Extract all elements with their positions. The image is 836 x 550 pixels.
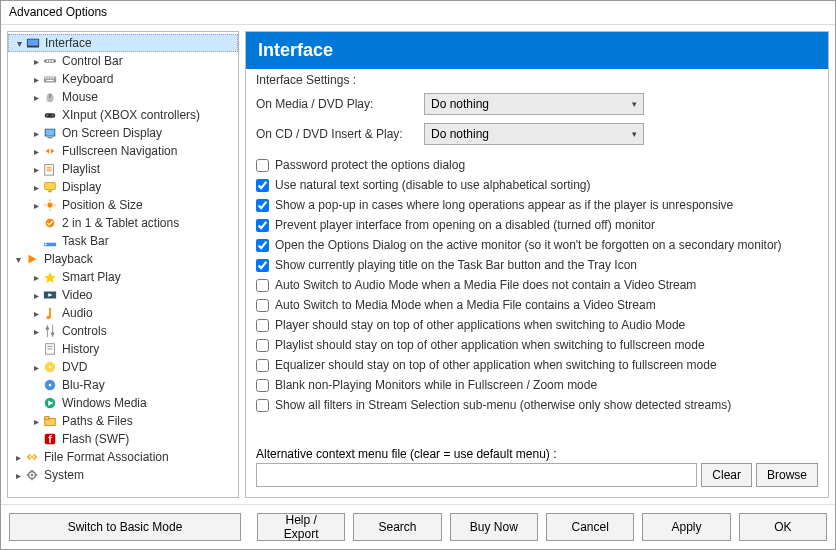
tree-item-keyboard[interactable]: ▸Keyboard bbox=[8, 70, 238, 88]
tree-item-taskbar[interactable]: Task Bar bbox=[8, 232, 238, 250]
buy-now-button[interactable]: Buy Now bbox=[450, 513, 538, 541]
tree-item-fullscreen[interactable]: ▸Fullscreen Navigation bbox=[8, 142, 238, 160]
tree-arrow-icon[interactable]: ▸ bbox=[30, 272, 42, 283]
cd-insert-select[interactable]: Do nothing ▾ bbox=[424, 123, 644, 145]
search-button[interactable]: Search bbox=[353, 513, 441, 541]
tree-item-video[interactable]: ▸Video bbox=[8, 286, 238, 304]
tree-item-interface[interactable]: ▾Interface bbox=[8, 34, 238, 52]
option-checkbox[interactable] bbox=[256, 279, 269, 292]
tree-arrow-icon[interactable]: ▸ bbox=[30, 290, 42, 301]
ok-button[interactable]: OK bbox=[739, 513, 827, 541]
svg-point-49 bbox=[49, 366, 52, 369]
option-checkbox[interactable] bbox=[256, 379, 269, 392]
checkbox-list[interactable]: Password protect the options dialogUse n… bbox=[246, 149, 828, 441]
tree-item-history[interactable]: History bbox=[8, 340, 238, 358]
help-export-button[interactable]: Help / Export bbox=[257, 513, 345, 541]
media-play-select[interactable]: Do nothing ▾ bbox=[424, 93, 644, 115]
tree-arrow-icon[interactable]: ▸ bbox=[30, 146, 42, 157]
tree-arrow-icon[interactable]: ▸ bbox=[30, 74, 42, 85]
tree-arrow-icon[interactable]: ▸ bbox=[12, 452, 24, 463]
fileformat-icon bbox=[24, 449, 40, 465]
option-label: Equalizer should stay on top of other ap… bbox=[275, 358, 717, 372]
tree-item-label: Playback bbox=[44, 252, 93, 266]
tree-arrow-icon[interactable]: ▸ bbox=[30, 128, 42, 139]
display-icon bbox=[42, 179, 58, 195]
tree-item-xinput[interactable]: XInput (XBOX controllers) bbox=[8, 106, 238, 124]
cancel-button[interactable]: Cancel bbox=[546, 513, 634, 541]
apply-button[interactable]: Apply bbox=[642, 513, 730, 541]
option-checkbox[interactable] bbox=[256, 259, 269, 272]
tree-item-bluray[interactable]: Blu-Ray bbox=[8, 376, 238, 394]
nav-tree[interactable]: ▾Interface▸Control Bar▸Keyboard▸MouseXIn… bbox=[7, 31, 239, 498]
svg-rect-35 bbox=[45, 244, 47, 246]
keyboard-icon bbox=[42, 71, 58, 87]
option-row: Use natural text sorting (disable to use… bbox=[256, 175, 824, 195]
option-row: Blank non-Playing Monitors while in Full… bbox=[256, 375, 824, 395]
tree-item-playlist[interactable]: ▸Playlist bbox=[8, 160, 238, 178]
tree-item-paths[interactable]: ▸Paths & Files bbox=[8, 412, 238, 430]
svg-marker-20 bbox=[46, 148, 50, 153]
option-row: Show a pop-up in cases where long operat… bbox=[256, 195, 824, 215]
tree-arrow-icon[interactable]: ▸ bbox=[30, 326, 42, 337]
tree-item-label: Display bbox=[62, 180, 101, 194]
switch-basic-button[interactable]: Switch to Basic Mode bbox=[9, 513, 241, 541]
tree-item-osd[interactable]: ▸On Screen Display bbox=[8, 124, 238, 142]
alt-menu-input[interactable] bbox=[256, 463, 697, 487]
tree-arrow-icon[interactable]: ▸ bbox=[30, 92, 42, 103]
tree-arrow-icon[interactable]: ▸ bbox=[30, 308, 42, 319]
tree-arrow-icon[interactable]: ▸ bbox=[30, 164, 42, 175]
tree-arrow-icon[interactable]: ▸ bbox=[30, 200, 42, 211]
tree-arrow-icon[interactable]: ▸ bbox=[30, 416, 42, 427]
option-checkbox[interactable] bbox=[256, 359, 269, 372]
alt-menu-label: Alternative context menu file (clear = u… bbox=[256, 447, 818, 461]
option-label: Show a pop-up in cases where long operat… bbox=[275, 198, 733, 212]
audio-icon bbox=[42, 305, 58, 321]
option-checkbox[interactable] bbox=[256, 159, 269, 172]
clear-button[interactable]: Clear bbox=[701, 463, 752, 487]
tree-item-mouse[interactable]: ▸Mouse bbox=[8, 88, 238, 106]
tree-item-position[interactable]: ▸Position & Size bbox=[8, 196, 238, 214]
tree-item-label: System bbox=[44, 468, 84, 482]
tree-arrow-icon[interactable]: ▸ bbox=[30, 56, 42, 67]
tree-arrow-icon[interactable]: ▸ bbox=[12, 470, 24, 481]
tree-arrow-icon[interactable]: ▾ bbox=[12, 254, 24, 265]
tree-item-smartplay[interactable]: ▸Smart Play bbox=[8, 268, 238, 286]
browse-button[interactable]: Browse bbox=[756, 463, 818, 487]
option-checkbox[interactable] bbox=[256, 199, 269, 212]
playlist-icon bbox=[42, 161, 58, 177]
tree-item-flash[interactable]: fFlash (SWF) bbox=[8, 430, 238, 448]
tree-item-display[interactable]: ▸Display bbox=[8, 178, 238, 196]
flash-icon: f bbox=[42, 431, 58, 447]
tree-item-wmedia[interactable]: Windows Media bbox=[8, 394, 238, 412]
option-checkbox[interactable] bbox=[256, 299, 269, 312]
option-row: Playlist should stay on top of other app… bbox=[256, 335, 824, 355]
option-checkbox[interactable] bbox=[256, 239, 269, 252]
option-row: Player should stay on top of other appli… bbox=[256, 315, 824, 335]
tree-item-label: 2 in 1 & Tablet actions bbox=[62, 216, 179, 230]
tree-item-system[interactable]: ▸System bbox=[8, 466, 238, 484]
fullscreen-icon bbox=[42, 143, 58, 159]
tree-item-controls[interactable]: ▸Controls bbox=[8, 322, 238, 340]
option-checkbox[interactable] bbox=[256, 179, 269, 192]
option-checkbox[interactable] bbox=[256, 339, 269, 352]
tree-item-dvd[interactable]: ▸DVD bbox=[8, 358, 238, 376]
tree-arrow-icon[interactable]: ▸ bbox=[30, 362, 42, 373]
svg-point-51 bbox=[49, 384, 52, 387]
tree-item-fileformat[interactable]: ▸File Format Association bbox=[8, 448, 238, 466]
window-titlebar: Advanced Options bbox=[1, 1, 835, 25]
option-checkbox[interactable] bbox=[256, 319, 269, 332]
tree-arrow-icon[interactable]: ▾ bbox=[13, 38, 25, 49]
tree-arrow-icon[interactable]: ▸ bbox=[30, 182, 42, 193]
option-row: Show all filters in Stream Selection sub… bbox=[256, 395, 824, 415]
option-label: Auto Switch to Audio Mode when a Media F… bbox=[275, 278, 696, 292]
tree-item-playback[interactable]: ▾Playback bbox=[8, 250, 238, 268]
tree-item-tablet[interactable]: 2 in 1 & Tablet actions bbox=[8, 214, 238, 232]
wmedia-icon bbox=[42, 395, 58, 411]
svg-rect-18 bbox=[46, 130, 55, 136]
svg-rect-14 bbox=[45, 113, 56, 117]
tree-item-controlbar[interactable]: ▸Control Bar bbox=[8, 52, 238, 70]
tree-item-audio[interactable]: ▸Audio bbox=[8, 304, 238, 322]
svg-rect-26 bbox=[45, 183, 56, 190]
option-checkbox[interactable] bbox=[256, 399, 269, 412]
option-checkbox[interactable] bbox=[256, 219, 269, 232]
